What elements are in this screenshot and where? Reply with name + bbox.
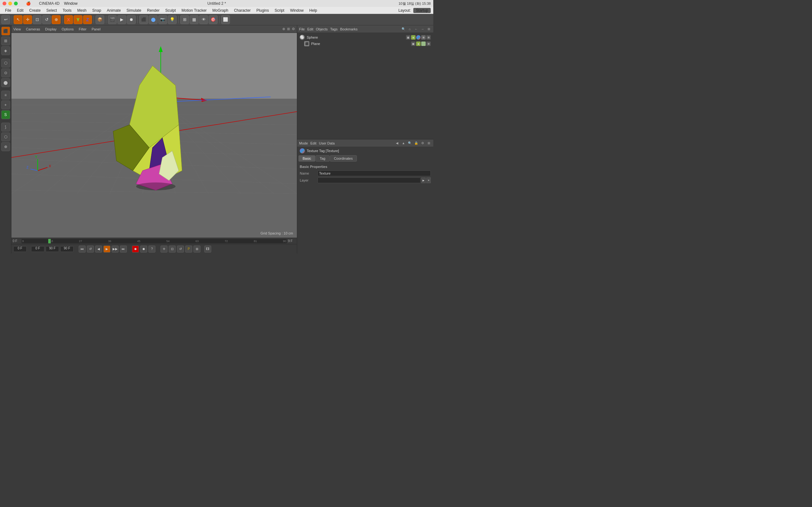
objects-objects-menu[interactable]: Objects [316,27,328,31]
menu-help[interactable]: Help [307,8,320,13]
help-button[interactable]: ? [148,245,155,252]
move-tool-button[interactable]: ✛ [23,15,32,24]
layer-value[interactable] [317,177,420,183]
viewport-nav-icon[interactable]: ⊕ [282,27,285,31]
layer-mode-button[interactable]: ≡ [1,91,10,100]
attr-mode-menu[interactable]: Mode [299,141,308,145]
menu-mograph[interactable]: MoGraph [210,8,231,13]
viewport-menu-view[interactable]: View [13,27,21,31]
tab-tag[interactable]: Tag [316,155,329,162]
scale-tool-button[interactable]: ⊡ [33,15,42,24]
light-button[interactable]: 💡 [168,15,177,24]
menu-animate[interactable]: Animate [104,8,123,13]
menu-character[interactable]: Character [232,8,253,13]
record-button[interactable]: ⏺ [127,15,136,24]
menu-create[interactable]: Create [27,8,43,13]
point-mode-button[interactable]: ⊙ [1,68,10,77]
model-mode-button[interactable]: ⬛ [1,26,10,36]
sphere-tag-4[interactable]: ⊕ [421,35,426,40]
scale-key-button[interactable]: ⊡ [169,245,176,252]
layer-button[interactable]: ⬡ [1,132,10,141]
film-button[interactable]: 🎬 [108,15,117,24]
z-axis-button[interactable]: Z [83,15,92,24]
attr-userdata-menu[interactable]: User Data [319,141,335,145]
sphere-tag-3[interactable] [416,35,420,40]
cube-primitive[interactable]: ⬛ [139,15,148,24]
menu-sculpt[interactable]: Sculpt [163,8,178,13]
attr-edit-menu[interactable]: Edit [310,141,316,145]
record-button[interactable]: ⏺ [132,245,139,252]
timeline-track[interactable]: 9 18 27 36 45 54 63 72 81 90 [21,239,287,243]
p-key-button[interactable]: P [185,245,192,252]
attr-back-icon[interactable]: ◀ [395,141,400,146]
go-end-button[interactable]: ⏭ [120,245,127,252]
sphere-tag-1[interactable]: ▦ [406,35,410,40]
menu-file[interactable]: File [3,8,14,13]
grid-view-button[interactable]: ⊞ [180,15,189,24]
preview-end-input[interactable]: 90 F [46,246,59,252]
objects-tags-menu[interactable]: Tags [330,27,338,31]
sphere-primitive[interactable]: ⬤ [149,15,158,24]
maximize-button[interactable] [14,2,18,5]
attr-search-icon[interactable]: 🔍 [407,141,412,146]
polygon-mode-button[interactable]: ◈ [1,46,10,55]
objects-expand-icon[interactable]: ⊞ [426,26,432,32]
menu-window[interactable]: Window [287,8,306,13]
edge-mode-button[interactable]: ⬡ [1,59,10,67]
render-view-button[interactable]: 🎯 [209,15,217,24]
menu-motion-tracker[interactable]: Motion Tracker [179,8,209,13]
minimize-button[interactable] [8,2,12,5]
rotate-tool-button[interactable]: ↺ [42,15,51,24]
menu-simulate[interactable]: Simulate [124,8,144,13]
menu-select[interactable]: Select [44,8,59,13]
preview-start-input[interactable]: 0 F [31,246,44,252]
viewport-menu-panel[interactable]: Panel [92,27,101,31]
attr-expand-icon[interactable]: ⊞ [426,141,432,146]
menu-render[interactable]: Render [145,8,162,13]
objects-home-icon[interactable]: ⌂ [407,26,412,32]
undo-button[interactable]: ↩ [1,15,10,24]
grid-key-button[interactable]: ⊞ [194,245,200,252]
viewport[interactable]: Perspective [11,33,297,238]
auto-key-button[interactable]: ⏺ [140,245,147,252]
sculpt-button[interactable]: ⟆ [1,123,10,131]
close-button[interactable] [3,2,6,5]
s-button[interactable]: S [1,110,10,119]
objects-bookmarks-menu[interactable]: Bookmarks [340,27,357,31]
film-strip-button[interactable]: 🎞 [204,245,211,252]
tab-basic[interactable]: Basic [299,155,315,162]
display-button[interactable]: ▦ [190,15,199,24]
viewport-menu-cameras[interactable]: Cameras [26,27,40,31]
menu-tools[interactable]: Tools [60,8,74,13]
total-frames-input[interactable]: 90 F [60,246,73,252]
x-axis-button[interactable]: X [64,15,73,24]
object-mode-button[interactable]: ⬤ [1,78,10,87]
tab-coordinates[interactable]: Coordinates [330,155,357,162]
objects-search-icon[interactable]: 🔍 [401,26,406,32]
snap-button[interactable]: ⌖ [1,101,10,109]
rotate-key-button[interactable]: ↺ [177,245,184,252]
objects-forward-icon[interactable]: → [420,26,425,32]
select-tool-button[interactable]: ↖ [14,15,22,24]
menu-mesh[interactable]: Mesh [74,8,89,13]
play-button[interactable]: ▶ [103,245,110,252]
objects-back-icon[interactable]: ← [414,26,419,32]
eye-button[interactable]: 👁 [199,15,208,24]
menu-snap[interactable]: Snap [90,8,104,13]
object-plane-item[interactable]: ⬛ Plane ▦ ◈ ⊞ [299,41,432,47]
viewport-settings-icon[interactable]: ⚙ [292,27,295,31]
texture-button[interactable]: ⊕ [1,142,10,151]
loop-button[interactable]: ↺ [87,245,94,252]
attr-settings-icon[interactable]: ⚙ [420,141,425,146]
plane-tag-4[interactable]: ⊞ [426,42,431,46]
layout-value[interactable]: Startup [413,8,431,13]
move-key-button[interactable]: ✛ [160,245,167,252]
menu-plugins[interactable]: Plugins [254,8,271,13]
objects-edit-menu[interactable]: Edit [307,27,313,31]
go-start-button[interactable]: ⏮ [79,245,86,252]
menu-script[interactable]: Script [272,8,287,13]
plane-tag-2[interactable]: ◈ [416,42,420,46]
layer-clear-btn[interactable]: ✕ [426,177,431,183]
plane-tag-1[interactable]: ▦ [411,42,415,46]
window-menu[interactable]: Window [61,1,80,6]
